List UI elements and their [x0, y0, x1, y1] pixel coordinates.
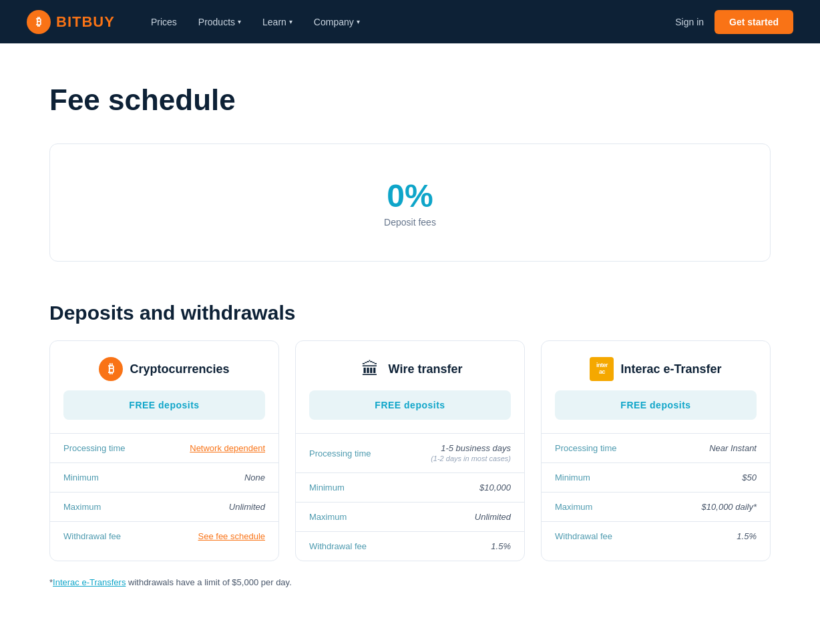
- interac-processing-row: Processing time Near Instant: [542, 433, 770, 462]
- wire-withdrawal-label: Withdrawal fee: [309, 541, 367, 551]
- crypto-card-title: Cryptocurrencies: [130, 362, 229, 376]
- svg-text:₿: ₿: [36, 16, 41, 27]
- interac-rows: Processing time Near Instant Minimum $50…: [542, 433, 770, 551]
- crypto-processing-row: Processing time Network dependent: [50, 433, 278, 462]
- nav-learn[interactable]: Learn ▾: [253, 11, 302, 33]
- main-content: Fee schedule 0% Deposit fees Deposits an…: [23, 43, 797, 641]
- fee-label: Deposit fees: [77, 217, 743, 228]
- wire-maximum-row: Maximum Unlimited: [296, 502, 524, 531]
- learn-chevron: ▾: [289, 18, 292, 25]
- crypto-minimum-row: Minimum None: [50, 462, 278, 492]
- wire-card-header: 🏛 Wire transfer FREE deposits: [296, 341, 524, 433]
- crypto-card: ₿ Cryptocurrencies FREE deposits Process…: [49, 340, 279, 561]
- crypto-processing-value[interactable]: Network dependent: [190, 443, 265, 453]
- interac-processing-value: Near Instant: [709, 443, 757, 453]
- products-chevron: ▾: [238, 18, 241, 25]
- crypto-title-row: ₿ Cryptocurrencies: [99, 357, 229, 381]
- fee-percent: 0%: [77, 178, 743, 214]
- interac-processing-label: Processing time: [555, 443, 616, 453]
- company-chevron: ▾: [357, 18, 360, 25]
- interac-minimum-row: Minimum $50: [542, 462, 770, 492]
- nav-products[interactable]: Products ▾: [189, 11, 250, 33]
- wire-withdrawal-row: Withdrawal fee 1.5%: [296, 531, 524, 561]
- interac-maximum-label: Maximum: [555, 502, 592, 512]
- interac-icon: inter ac: [590, 357, 614, 381]
- interac-minimum-label: Minimum: [555, 472, 590, 482]
- payment-grid: ₿ Cryptocurrencies FREE deposits Process…: [49, 340, 771, 561]
- wire-title-row: 🏛 Wire transfer: [358, 357, 463, 381]
- get-started-button[interactable]: Get started: [714, 10, 793, 34]
- wire-processing-value: 1-5 business days(1-2 days in most cases…: [431, 443, 511, 463]
- wire-free-deposits: FREE deposits: [309, 390, 511, 420]
- wire-minimum-value: $10,000: [479, 482, 511, 493]
- crypto-free-deposits: FREE deposits: [63, 390, 265, 420]
- crypto-withdrawal-row: Withdrawal fee See fee schedule: [50, 521, 278, 551]
- nav-links: Prices Products ▾ Learn ▾ Company ▾: [142, 11, 675, 33]
- nav-company[interactable]: Company ▾: [304, 11, 369, 33]
- crypto-withdrawal-value[interactable]: See fee schedule: [198, 531, 265, 541]
- crypto-minimum-label: Minimum: [63, 472, 99, 482]
- interac-card: inter ac Interac e-Transfer FREE deposit…: [541, 340, 771, 561]
- crypto-withdrawal-label: Withdrawal fee: [63, 531, 121, 541]
- crypto-maximum-label: Maximum: [63, 502, 101, 512]
- interac-withdrawal-value: 1.5%: [737, 531, 757, 541]
- nav-prices[interactable]: Prices: [142, 11, 186, 33]
- interac-transfers-link[interactable]: Interac e-Transfers: [53, 577, 126, 587]
- interac-free-deposits: FREE deposits: [555, 390, 757, 420]
- fee-highlight-card: 0% Deposit fees: [49, 143, 771, 262]
- interac-card-title: Interac e-Transfer: [620, 362, 721, 376]
- logo-text: BITBUY: [56, 13, 115, 31]
- wire-maximum-label: Maximum: [309, 512, 347, 522]
- wire-withdrawal-value: 1.5%: [491, 541, 511, 551]
- navbar: ₿ BITBUY Prices Products ▾ Learn ▾ Compa…: [0, 0, 820, 43]
- nav-actions: Sign in Get started: [675, 10, 793, 34]
- interac-title-row: inter ac Interac e-Transfer: [590, 357, 721, 381]
- interac-card-header: inter ac Interac e-Transfer FREE deposit…: [542, 341, 770, 433]
- interac-maximum-value: $10,000 daily*: [702, 502, 757, 512]
- interac-minimum-value: $50: [742, 472, 757, 482]
- wire-maximum-value: Unlimited: [475, 512, 511, 522]
- interac-maximum-row: Maximum $10,000 daily*: [542, 492, 770, 521]
- wire-rows: Processing time 1-5 business days(1-2 da…: [296, 433, 524, 561]
- crypto-minimum-value: None: [244, 472, 265, 482]
- page-title: Fee schedule: [49, 83, 771, 117]
- logo-icon: ₿: [27, 10, 51, 34]
- wire-card: 🏛 Wire transfer FREE deposits Processing…: [295, 340, 525, 561]
- section-title: Deposits and withdrawals: [49, 302, 771, 324]
- interac-withdrawal-row: Withdrawal fee 1.5%: [542, 521, 770, 551]
- crypto-maximum-row: Maximum Unlimited: [50, 492, 278, 521]
- footnote: *Interac e-Transfers withdrawals have a …: [49, 577, 771, 587]
- sign-in-button[interactable]: Sign in: [675, 17, 704, 27]
- logo-link[interactable]: ₿ BITBUY: [27, 10, 115, 34]
- wire-minimum-row: Minimum $10,000: [296, 472, 524, 502]
- crypto-icon: ₿: [99, 357, 123, 381]
- wire-icon: 🏛: [358, 357, 382, 381]
- crypto-card-header: ₿ Cryptocurrencies FREE deposits: [50, 341, 278, 433]
- wire-card-title: Wire transfer: [389, 362, 463, 376]
- crypto-rows: Processing time Network dependent Minimu…: [50, 433, 278, 551]
- crypto-processing-label: Processing time: [63, 443, 125, 453]
- wire-processing-row: Processing time 1-5 business days(1-2 da…: [296, 433, 524, 472]
- crypto-maximum-value: Unlimited: [229, 502, 265, 512]
- wire-processing-label: Processing time: [309, 448, 371, 458]
- wire-minimum-label: Minimum: [309, 482, 345, 493]
- interac-withdrawal-label: Withdrawal fee: [555, 531, 612, 541]
